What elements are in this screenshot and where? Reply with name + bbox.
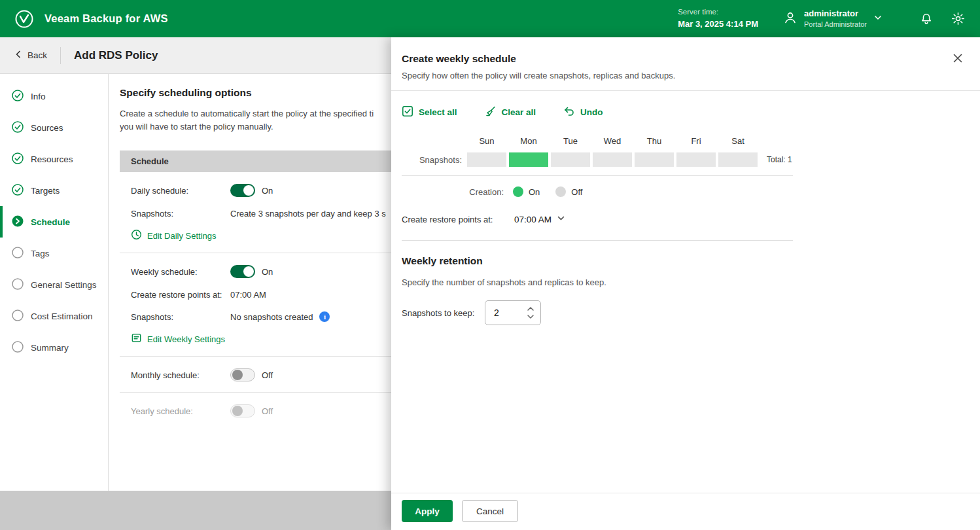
- snapshots-to-keep-label: Snapshots to keep:: [402, 308, 485, 318]
- day-header-sat[interactable]: Sat: [718, 136, 758, 146]
- day-cell-wed[interactable]: [593, 152, 632, 167]
- panel-divider: [391, 90, 980, 91]
- select-all-button[interactable]: Select all: [402, 105, 457, 119]
- step-label: Tags: [31, 249, 50, 258]
- sidebar-item-schedule[interactable]: Schedule: [0, 206, 108, 238]
- user-menu[interactable]: administrator Portal Administrator: [783, 8, 883, 30]
- daily-schedule-toggle[interactable]: [230, 184, 255, 197]
- weekly-restore-value: 07:00 AM: [230, 290, 391, 300]
- step-todo-icon: [12, 309, 24, 323]
- undo-button[interactable]: Undo: [563, 105, 603, 119]
- weekly-schedule-state: On: [262, 267, 273, 277]
- sidebar-item-general-settings[interactable]: General Settings: [0, 269, 108, 300]
- section-divider: [402, 240, 793, 241]
- snapshots-to-keep-value[interactable]: 2: [485, 308, 523, 318]
- chevron-down-icon: [873, 13, 883, 24]
- snapshots-to-keep-row: Snapshots to keep: 2: [402, 300, 980, 325]
- restore-time-select[interactable]: 07:00 AM: [514, 214, 565, 224]
- sidebar-item-sources[interactable]: Sources: [0, 112, 108, 143]
- undo-icon: [563, 105, 575, 119]
- user-icon: [783, 10, 797, 27]
- step-label: Info: [31, 92, 46, 101]
- yearly-schedule-toggle[interactable]: [230, 404, 255, 417]
- creation-row: Creation: On Off: [402, 186, 980, 197]
- back-divider: [60, 47, 61, 64]
- snapshots-to-keep-stepper[interactable]: 2: [485, 300, 541, 325]
- cancel-button[interactable]: Cancel: [462, 500, 518, 522]
- day-header-thu[interactable]: Thu: [635, 136, 674, 146]
- page-title: Add RDS Policy: [74, 49, 158, 62]
- info-icon[interactable]: [319, 311, 330, 322]
- description-line-2: you will have to start the policy manual…: [120, 120, 390, 133]
- restore-points-row: Create restore points at: 07:00 AM: [402, 214, 980, 224]
- server-time-label: Server time:: [678, 7, 758, 18]
- restore-time-value: 07:00 AM: [514, 215, 551, 224]
- back-label: Back: [27, 50, 47, 60]
- clock-icon: [131, 229, 142, 242]
- sidebar-item-cost-estimation[interactable]: Cost Estimation: [0, 300, 108, 332]
- day-header-fri[interactable]: Fri: [676, 136, 716, 146]
- app-title: Veeam Backup for AWS: [44, 12, 168, 25]
- restore-points-label: Create restore points at:: [402, 215, 514, 224]
- back-button[interactable]: Back: [14, 50, 47, 60]
- step-label: Summary: [31, 343, 69, 353]
- day-cell-tue[interactable]: [551, 152, 590, 167]
- row-divider: [120, 392, 391, 393]
- user-name: administrator: [804, 8, 867, 20]
- sidebar-item-summary[interactable]: Summary: [0, 332, 108, 363]
- weekly-schedule-label: Weekly schedule:: [120, 267, 230, 277]
- schedule-card-icon: [131, 332, 142, 345]
- creation-off-radio[interactable]: [555, 186, 566, 197]
- clear-all-label: Clear all: [502, 107, 536, 117]
- sidebar-item-tags[interactable]: Tags: [0, 238, 108, 269]
- sidebar-item-resources[interactable]: Resources: [0, 143, 108, 175]
- monthly-schedule-toggle[interactable]: [230, 368, 255, 381]
- wizard-steps-sidebar: Info Sources Resources Targets Schedule …: [0, 74, 109, 491]
- server-time: Server time: Mar 3, 2025 4:14 PM: [678, 7, 758, 31]
- top-bar-right: Server time: Mar 3, 2025 4:14 PM adminis…: [678, 7, 980, 31]
- edit-weekly-settings-label: Edit Weekly Settings: [147, 334, 225, 344]
- step-current-icon: [12, 215, 24, 229]
- close-icon[interactable]: [953, 53, 963, 63]
- daily-snapshots-value: Create 3 snapshots per day and keep 3 s: [230, 209, 391, 219]
- sidebar-item-targets[interactable]: Targets: [0, 175, 108, 206]
- weekly-snapshots-value: No snapshots created: [230, 312, 313, 322]
- daily-schedule-state: On: [262, 186, 273, 196]
- day-cell-sat[interactable]: [718, 152, 758, 167]
- clear-all-button[interactable]: Clear all: [485, 105, 536, 119]
- step-label: Cost Estimation: [31, 311, 93, 321]
- step-done-icon: [12, 152, 24, 166]
- day-header-mon[interactable]: Mon: [509, 136, 548, 146]
- undo-label: Undo: [580, 107, 603, 117]
- edit-daily-settings-label: Edit Daily Settings: [147, 231, 217, 241]
- step-done-icon: [12, 90, 24, 103]
- settings-gear-icon[interactable]: [951, 11, 966, 26]
- broom-icon: [485, 105, 497, 119]
- retention-description: Specify the number of snapshots and repl…: [402, 277, 980, 287]
- apply-button[interactable]: Apply: [402, 500, 453, 522]
- daily-schedule-label: Daily schedule:: [120, 186, 230, 196]
- retention-heading: Weekly retention: [402, 255, 980, 267]
- app-root: Veeam Backup for AWS Server time: Mar 3,…: [0, 0, 980, 530]
- day-cell-thu[interactable]: [635, 152, 674, 167]
- weekly-schedule-toggle[interactable]: [230, 265, 255, 278]
- stepper-down-icon[interactable]: [527, 314, 534, 319]
- sidebar-item-info[interactable]: Info: [0, 80, 108, 112]
- creation-on-radio[interactable]: [513, 186, 523, 197]
- day-cell-fri[interactable]: [676, 152, 716, 167]
- day-cell-sun[interactable]: [467, 152, 506, 167]
- stepper-up-icon[interactable]: [527, 306, 534, 311]
- weekly-restore-label: Create restore points at:: [120, 290, 230, 300]
- day-header-tue[interactable]: Tue: [551, 136, 590, 146]
- create-weekly-schedule-panel: Create weekly schedule Specify how often…: [391, 37, 980, 530]
- total-count: Total: 1: [767, 155, 792, 164]
- daily-snapshots-label: Snapshots:: [120, 209, 230, 219]
- snapshots-day-row: Snapshots: Total: 1: [402, 152, 980, 167]
- day-headers: Sun Mon Tue Wed Thu Fri Sat: [467, 136, 980, 146]
- notifications-bell-icon[interactable]: [919, 12, 934, 26]
- day-cell-mon[interactable]: [509, 152, 548, 167]
- panel-footer: Apply Cancel: [391, 493, 980, 530]
- day-header-sun[interactable]: Sun: [467, 136, 506, 146]
- day-header-wed[interactable]: Wed: [593, 136, 632, 146]
- step-label: Sources: [31, 123, 63, 133]
